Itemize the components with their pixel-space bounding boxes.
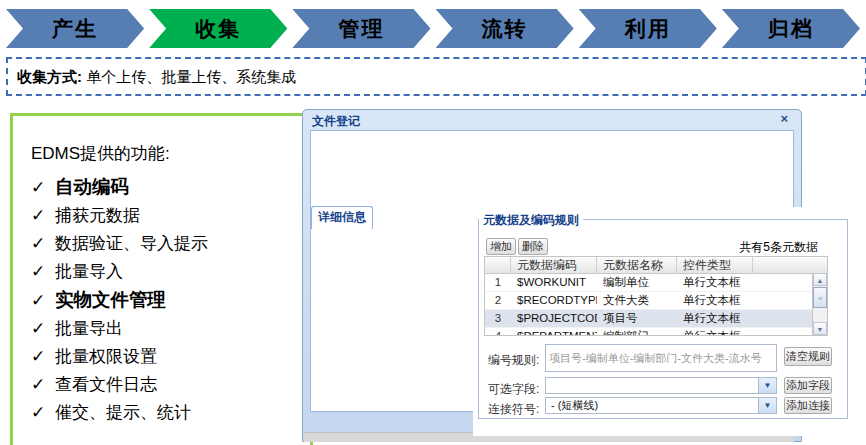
header-cell-name[interactable]: 元数据名称 [597,257,677,273]
process-flow: 产生 收集 管理 流转 利用 归档 [6,9,860,48]
banner-label: 收集方式: [17,68,82,85]
check-icon: ✓ [31,287,55,315]
flow-step-6: 归档 [722,9,860,48]
cell-index: 2 [485,292,511,309]
check-icon: ✓ [31,399,55,427]
close-icon[interactable]: × [780,111,788,126]
rule-label: 编号规则: [488,352,539,369]
clear-rule-button[interactable]: 清空规则 [784,347,832,366]
dialog-title: 文件登记 [312,114,360,128]
banner-text: 单个上传、批量上传、系统集成 [82,68,296,85]
feature-item: ✓自动编码 [31,173,310,202]
check-icon: ✓ [31,230,55,258]
chevron-down-icon[interactable]: ▼ [758,378,776,393]
delete-metadata-button[interactable]: 删除 [518,238,548,255]
header-cell-index [485,257,511,273]
features-title: EDMS提供的功能: [31,142,310,165]
slide-canvas: 产生 收集 管理 流转 利用 归档 收集方式: 单个上传、批量上传、系统集成 E… [0,0,866,445]
table-row[interactable]: 4 $DEPARTMENT 编制部门 单行文本框 [485,328,827,336]
flow-step-label: 管理 [338,15,384,43]
add-metadata-button[interactable]: 增加 [486,238,516,255]
table-header-row: 元数据编码 元数据名称 控件类型 [485,257,827,274]
feature-item: ✓数据验证、导入提示 [31,230,310,258]
flow-step-label: 归档 [768,15,814,43]
feature-item: ✓催交、提示、统计 [31,399,310,427]
scroll-thumb[interactable]: ≡ [813,287,827,308]
cell-code: $RECORDTYPE [511,292,597,309]
flow-step-label: 产生 [52,15,98,43]
cell-name: 编制部门 [597,328,677,336]
cell-index: 3 [485,310,511,327]
metadata-panel: 元数据及编码规则 增加 删除 共有5条元数据 元数据编码 元数据名称 控件类型 … [473,207,854,436]
cell-type: 单行文本框 [677,292,753,309]
metadata-panel-title: 元数据及编码规则 [479,212,583,229]
cell-index: 1 [485,274,511,291]
check-icon: ✓ [31,258,55,286]
check-icon: ✓ [31,343,55,371]
cell-name: 编制单位 [597,274,677,291]
header-cell-code[interactable]: 元数据编码 [511,257,597,273]
cell-code: $DEPARTMENT [511,328,597,336]
flow-step-1: 产生 [6,9,144,48]
connector-label: 连接符号: [488,401,539,418]
metadata-count: 共有5条元数据 [650,239,818,256]
check-icon: ✓ [31,202,55,230]
feature-item: ✓批量权限设置 [31,343,310,371]
table-row[interactable]: 1 $WORKUNIT 编制单位 单行文本框 [485,274,827,292]
add-connector-button[interactable]: 添加连接 [784,397,832,414]
header-cell-type[interactable]: 控件类型 [677,257,753,273]
connector-value: - (短横线) [551,399,598,411]
check-icon: ✓ [31,174,55,202]
scroll-down-icon[interactable]: ▼ [813,322,827,335]
feature-item: ✓实物文件管理 [31,286,310,315]
edms-features-box: EDMS提供的功能: ✓自动编码 ✓捕获元数据 ✓数据验证、导入提示 ✓批量导入… [10,113,313,445]
feature-item: ✓查看文件日志 [31,371,310,399]
flow-step-5: 利用 [579,9,717,48]
cell-name: 项目号 [597,310,677,327]
check-icon: ✓ [31,315,55,343]
header-cell-blank [753,257,827,273]
feature-item: ✓捕获元数据 [31,202,310,230]
connector-combo[interactable]: - (短横线) ▼ [545,397,777,414]
table-row-selected[interactable]: 3 $PROJECTCODE 项目号 单行文本框 [485,310,827,328]
metadata-table: 元数据编码 元数据名称 控件类型 1 $WORKUNIT 编制单位 单行文本框 … [484,256,828,336]
tab-detail-info[interactable]: 详细信息 [311,206,373,229]
check-icon: ✓ [31,371,55,399]
cell-code: $WORKUNIT [511,274,597,291]
cell-index: 4 [485,328,511,336]
rule-input[interactable] [545,344,777,372]
flow-step-3: 管理 [292,9,430,48]
cell-type: 单行文本框 [677,274,753,291]
cell-code: $PROJECTCODE [511,310,597,327]
optional-field-label: 可选字段: [488,381,539,398]
feature-item: ✓批量导入 [31,258,310,286]
flow-step-label: 利用 [625,15,671,43]
flow-step-2-active: 收集 [149,9,287,48]
feature-item: ✓批量导出 [31,315,310,343]
cell-type: 单行文本框 [677,328,753,336]
chevron-down-icon[interactable]: ▼ [758,398,776,413]
flow-step-label: 收集 [195,15,241,43]
flow-step-label: 流转 [482,15,528,43]
flow-step-4: 流转 [436,9,574,48]
table-row[interactable]: 2 $RECORDTYPE 文件大类 单行文本框 [485,292,827,310]
collection-method-banner: 收集方式: 单个上传、批量上传、系统集成 [6,57,866,96]
scroll-up-icon[interactable]: ▲ [813,273,827,286]
add-field-button[interactable]: 添加字段 [784,377,832,394]
cell-type: 单行文本框 [677,310,753,327]
cell-name: 文件大类 [597,292,677,309]
optional-field-combo[interactable]: ▼ [545,377,777,394]
table-scrollbar[interactable]: ▲ ≡ ▼ [812,273,827,335]
